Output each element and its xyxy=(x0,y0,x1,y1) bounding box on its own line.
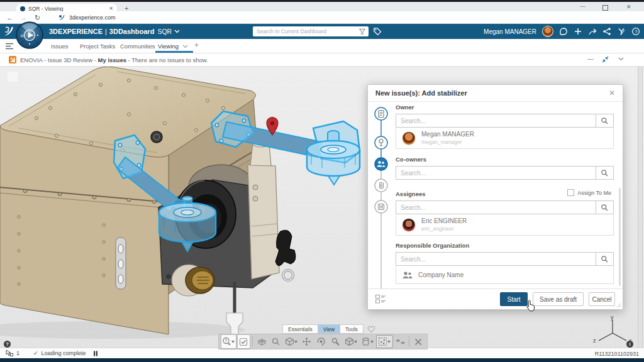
hamburger-icon[interactable] xyxy=(5,43,14,50)
dialog-close-icon[interactable]: ✕ xyxy=(609,89,615,97)
step-save-icon[interactable] xyxy=(375,200,387,213)
co-owners-search-button[interactable] xyxy=(596,167,613,179)
step-attachments-icon[interactable] xyxy=(375,179,387,192)
viewer-toolbar xyxy=(218,334,428,349)
grid-cube-icon xyxy=(257,337,267,346)
dashboard-name[interactable]: SQR xyxy=(157,28,172,35)
widget-header-suffix: - There are no issues to show. xyxy=(126,57,208,63)
model-structure-tool[interactable] xyxy=(255,335,269,348)
search-icon xyxy=(601,169,609,177)
assignees-search-field xyxy=(396,200,614,214)
dialog-resize-handle[interactable] xyxy=(616,303,621,308)
3ds-logo xyxy=(3,25,16,38)
assignee-user-chip[interactable]: Eric ENGINEER eric_engineer xyxy=(396,215,614,236)
svg-text:3D: 3D xyxy=(20,34,25,38)
tab-viewing-chevron-icon[interactable] xyxy=(182,45,188,48)
tab-project-tasks[interactable]: Project Tasks xyxy=(80,43,115,50)
validate-tool[interactable] xyxy=(237,334,251,349)
step-details-icon[interactable] xyxy=(375,107,387,120)
assignees-search-button[interactable] xyxy=(596,201,613,214)
tab-issues[interactable]: Issues xyxy=(51,43,68,50)
window-close-icon[interactable]: ✕ xyxy=(626,4,631,10)
window-minimize-icon[interactable]: — xyxy=(580,3,586,9)
owner-search-input[interactable] xyxy=(396,114,596,127)
url-text[interactable]: 3dexperience.com xyxy=(69,14,116,21)
step-location-icon[interactable] xyxy=(375,136,387,149)
3dexperience-compass-icon[interactable]: 3D xyxy=(15,21,44,50)
pan-arrows-icon xyxy=(302,337,311,346)
info-icon[interactable]: i xyxy=(626,341,633,348)
user-avatar[interactable] xyxy=(542,26,553,37)
new-issue-tool[interactable] xyxy=(221,334,236,349)
explode-tool[interactable] xyxy=(376,335,393,348)
viewer-toolbar-tabs: Essentials View Tools xyxy=(282,324,376,334)
dialog-scrollbar[interactable] xyxy=(619,188,621,286)
dashboard-chevron-icon[interactable] xyxy=(174,30,180,33)
add-icon[interactable] xyxy=(574,27,582,36)
visibility-tool[interactable] xyxy=(394,335,408,348)
viewer-help-icon[interactable]: ? xyxy=(4,341,11,348)
add-tab-icon[interactable]: + xyxy=(194,41,199,50)
widget-header-prefix: ENOVIA - Issue 3D Review - xyxy=(20,57,98,63)
reference-number: R1132101102931 xyxy=(595,351,639,357)
window-restore-icon[interactable] xyxy=(602,5,608,11)
view-modes-tool[interactable] xyxy=(284,335,299,348)
favorites-heart-icon[interactable] xyxy=(367,325,376,333)
share-icon[interactable] xyxy=(588,27,597,36)
render-style-tool[interactable] xyxy=(343,335,358,348)
owner-user-name: Megan MANAGER xyxy=(421,131,474,139)
tag-icon[interactable] xyxy=(373,27,382,36)
owner-search-button[interactable] xyxy=(596,114,613,127)
tab-close-icon[interactable]: ✕ xyxy=(109,6,113,11)
tab-viewing[interactable]: Viewing xyxy=(158,43,179,50)
new-issue-icon xyxy=(222,337,231,346)
cancel-button[interactable]: Cancel xyxy=(589,292,615,306)
widget-menu-chevron-icon[interactable] xyxy=(618,57,624,61)
filter-icon[interactable] xyxy=(358,28,366,35)
dropdown-caret-icon xyxy=(354,341,357,343)
step-people-icon[interactable] xyxy=(375,158,387,170)
form-view-toggle-icon[interactable] xyxy=(375,295,386,304)
save-as-draft-button[interactable]: Save as draft xyxy=(533,292,584,306)
apps-icon[interactable] xyxy=(617,27,626,36)
toolbar-tab-tools[interactable]: Tools xyxy=(340,324,364,334)
org-company-chip[interactable]: Company Name xyxy=(396,266,614,284)
organization-icon xyxy=(402,271,413,280)
screen: SQR - Viewing ✕ + — ✕ ← → ↻ 3dexperience… xyxy=(0,0,644,362)
assignees-search-input[interactable] xyxy=(396,201,596,214)
responsible-org-label: Responsible Organization xyxy=(396,242,469,249)
notification-icon[interactable] xyxy=(559,27,568,36)
new-issue-dialog: New issue(s): Add stabilizer ✕ xyxy=(367,84,623,310)
dashboard-search-input[interactable] xyxy=(253,28,358,35)
dropdown-caret-icon xyxy=(294,341,297,343)
close-toolbar-tool[interactable] xyxy=(411,335,425,348)
viewer-right-scrollbar[interactable] xyxy=(638,67,643,348)
org-search-button[interactable] xyxy=(596,253,613,265)
assign-to-me[interactable]: Assign To Me xyxy=(567,189,611,196)
widget-minimize-icon[interactable]: — xyxy=(587,55,594,62)
tab-communities[interactable]: Communities xyxy=(120,43,155,50)
brand-name: 3DEXPERIENCE xyxy=(49,28,103,35)
toolbar-separator xyxy=(252,336,253,347)
user-name[interactable]: Megan MANAGER xyxy=(484,28,536,35)
assign-to-me-checkbox[interactable] xyxy=(567,189,574,196)
start-button[interactable]: Start xyxy=(500,292,528,306)
share-network-icon[interactable] xyxy=(602,27,611,36)
co-owners-search-input[interactable] xyxy=(396,167,596,179)
widget-resize-icon[interactable] xyxy=(601,55,609,63)
pause-icon[interactable] xyxy=(93,351,98,356)
toolbar-tab-view[interactable]: View xyxy=(318,324,340,334)
pan-tool[interactable] xyxy=(300,335,314,348)
rotate-tool[interactable] xyxy=(314,335,328,348)
loading-check-icon: ✓ xyxy=(33,350,38,356)
dropdown-caret-icon xyxy=(231,341,235,343)
section-tool[interactable] xyxy=(359,335,375,348)
zoom-area-tool[interactable] xyxy=(328,335,342,348)
back-icon[interactable]: ← xyxy=(6,14,13,21)
org-search-input[interactable] xyxy=(396,253,596,265)
toolbar-tab-essentials[interactable]: Essentials xyxy=(282,324,318,334)
owner-user-chip[interactable]: Megan MANAGER megan_manager xyxy=(396,128,614,149)
cylinder-icon xyxy=(361,337,370,346)
search-model-tool[interactable] xyxy=(269,335,283,348)
help-icon[interactable]: ? xyxy=(631,27,640,36)
